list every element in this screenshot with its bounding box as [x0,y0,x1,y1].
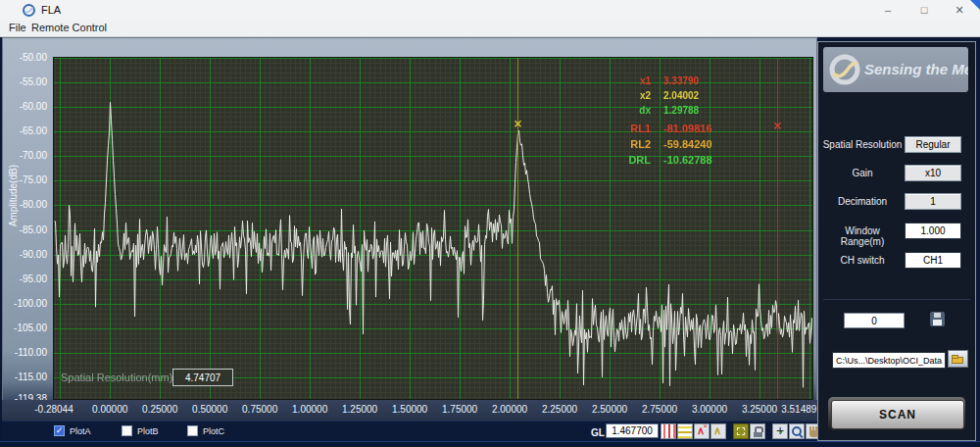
plotb-checkbox-label: PlotB [137,426,159,436]
y-tick-label: -80.00 [6,199,47,210]
zoom-icon[interactable] [789,423,805,439]
plotc-checkbox-label: PlotC [203,426,224,436]
red-peak-marker-icon[interactable] [694,423,710,439]
y-tick-label: -115.00 [6,372,47,382]
y-tick-label: -90.00 [6,249,47,260]
setting-gain: Gain x10 [822,165,971,184]
y-tick-label: -55.00 [6,76,47,87]
readout-x1: x13.33790 [600,74,712,88]
horizontal-cursors-icon[interactable] [677,423,693,439]
gl-input[interactable] [606,423,659,438]
control-panel: Sensing the Mega Spatial Resolution Regu… [817,41,976,441]
file-index-input[interactable] [844,313,905,328]
window-range-input[interactable]: 1.000 [905,223,961,239]
setting-spatial-resolution-label: Spatial Resolution [822,139,903,150]
folder-icon [952,357,963,364]
minimize-icon[interactable]: – [871,0,905,20]
plotb-checkbox-box[interactable] [122,425,132,436]
ch-switch-select[interactable]: CH1 [905,252,961,269]
y-tick-label: -105.00 [6,323,47,333]
gain-select[interactable]: x10 [905,165,961,181]
brand-logo: Sensing the Mega [823,47,968,92]
menu-bar: File Remote Control [0,20,980,37]
x-tick-label: 0.25000 [142,404,177,415]
region-select-icon[interactable] [733,423,749,439]
title-bar: FLA – □ ✕ [0,0,980,20]
x-tick-label: 1.25000 [342,404,377,415]
save-icon[interactable] [930,312,945,326]
x-axis-ticks: -0.280440.000000.250000.500000.750001.00… [2,400,817,421]
brand-logo-icon [828,53,861,86]
cursor-readouts: x13.33790 x22.04002 dx1.29788 RL1-81.098… [600,74,712,168]
panel-divider [823,299,970,300]
corner-accent [970,0,980,10]
plota-checkbox[interactable]: ✓ PlotA [54,425,91,436]
setting-gain-label: Gain [822,168,903,178]
decimation-select[interactable]: 1 [905,193,961,210]
app-icon [23,3,35,21]
readout-dx: dx1.29788 [600,103,712,118]
window-bottom-border [0,441,980,447]
readout-x2: x22.04002 [600,88,712,103]
y-tick-label: -110.00 [6,347,47,358]
setting-ch-switch: CH switch CH1 [822,252,971,272]
bottom-toolbar: ✓ PlotA PlotB PlotC GL [2,421,817,442]
x-tick-label: 0.50000 [192,404,227,415]
y-tick-label: -60.00 [6,101,47,112]
x-tick-label: 1.50000 [392,404,427,415]
y-tick-label: -75.00 [6,174,47,185]
plota-checkbox-label: PlotA [70,426,91,436]
plotc-checkbox-box[interactable] [187,425,198,436]
scan-button[interactable]: SCAN [831,400,964,429]
y-tick-label: -70.00 [6,150,47,161]
gl-label: GL [591,427,605,438]
readout-rl2: RL2-59.84240 [600,136,712,152]
readout-drl: DRL-10.62788 [600,152,712,168]
x-tick-label: 2.25000 [542,404,577,415]
application-window: FLA – □ ✕ File Remote Control Amplitude(… [0,0,980,447]
setting-window-range-label: Window Range(m) [822,225,903,247]
plotc-checkbox[interactable]: PlotC [187,425,224,436]
x-tick-label: 3.25000 [742,404,777,415]
menu-file[interactable]: File [5,22,30,33]
readout-rl1: RL1-81.09816 [600,121,712,136]
brand-logo-text: Sensing the Mega [864,61,968,77]
x-tick-label: 1.75000 [442,404,477,415]
setting-ch-switch-label: CH switch [822,255,903,266]
x-tick-label: 3.51489 [781,404,816,415]
x-tick-label: 0.00000 [92,404,127,415]
maximize-icon[interactable]: □ [907,0,941,20]
crosshair-icon[interactable] [772,423,788,439]
y-tick-label: -95.00 [6,273,47,284]
yellow-peak-marker-icon[interactable] [710,423,726,439]
y-tick-label: -85.00 [6,224,47,235]
spatial-resolution-overlay-label: Spatial Resolution(mm) [61,372,172,383]
x-tick-label: 1.00000 [292,404,327,415]
x-tick-label: -0.28044 [34,404,73,415]
y-tick-label: -65.00 [6,125,47,136]
lock-icon[interactable] [750,423,765,439]
x-tick-label: 2.50000 [592,404,627,415]
x-tick-label: 2.75000 [642,404,677,415]
y-tick-label: -100.00 [6,298,47,309]
plotb-checkbox[interactable]: PlotB [122,425,159,436]
y-tick-label: -50.00 [6,52,47,63]
x-tick-label: 0.75000 [242,404,277,415]
scan-button-bezel: SCAN [828,397,965,430]
plota-checkbox-box[interactable]: ✓ [54,425,65,436]
x-tick-label: 2.00000 [492,404,527,415]
save-path-input[interactable] [832,352,946,369]
x-tick-label: 3.00000 [692,404,727,415]
setting-spatial-resolution: Spatial Resolution Regular [822,136,971,156]
setting-window-range: Window Range(m) 1.000 [822,223,971,242]
window-title: FLA [41,4,61,16]
setting-decimation-label: Decimation [822,196,903,207]
browse-folder-button[interactable] [948,350,968,368]
vertical-cursors-icon[interactable] [661,423,676,439]
menu-remote-control[interactable]: Remote Control [27,22,111,33]
spatial-resolution-overlay-value: 4.74707 [172,369,233,386]
spatial-resolution-select[interactable]: Regular [905,136,961,153]
plot-tools [661,423,822,439]
setting-decimation: Decimation 1 [822,193,971,213]
